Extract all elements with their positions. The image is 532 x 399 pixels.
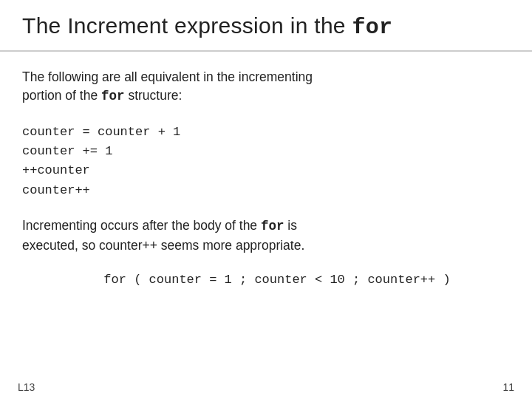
for-example-text: for ( counter = 1 ; counter < 10 ; count… (103, 273, 450, 287)
incrementing-line2: executed, so counter++ seems more approp… (22, 238, 304, 253)
code-line-2: counter += 1 (22, 142, 510, 161)
incrementing-line1: Incrementing occurs after the body of th… (22, 218, 261, 233)
for-example: for ( counter = 1 ; counter < 10 ; count… (22, 273, 510, 287)
incrementing-line1-end: is (284, 218, 297, 233)
slide-footer: L13 11 (0, 377, 532, 399)
code-line-1: counter = counter + 1 (22, 123, 510, 142)
footer-label: L13 (18, 381, 35, 393)
code-line-3: ++counter (22, 161, 510, 180)
incrementing-paragraph: Incrementing occurs after the body of th… (22, 216, 510, 255)
intro-line1: The following are all equivalent in the … (22, 69, 313, 84)
intro-paragraph: The following are all equivalent in the … (22, 68, 510, 106)
intro-bold: for (101, 89, 125, 103)
slide-body: The following are all equivalent in the … (0, 52, 532, 377)
footer-page: 11 (502, 381, 514, 393)
title-bold: for (352, 15, 393, 40)
intro-end: structure: (125, 88, 183, 103)
slide-title: The Increment expression in the for (22, 13, 510, 40)
title-plain: The Increment expression in the (22, 13, 352, 38)
incrementing-bold: for (261, 219, 284, 233)
slide-header: The Increment expression in the for (0, 0, 532, 52)
code-line-4: counter++ (22, 181, 510, 200)
intro-line2: portion of the (22, 88, 101, 103)
slide: The Increment expression in the for The … (0, 0, 532, 399)
code-block: counter = counter + 1 counter += 1 ++cou… (22, 123, 510, 200)
